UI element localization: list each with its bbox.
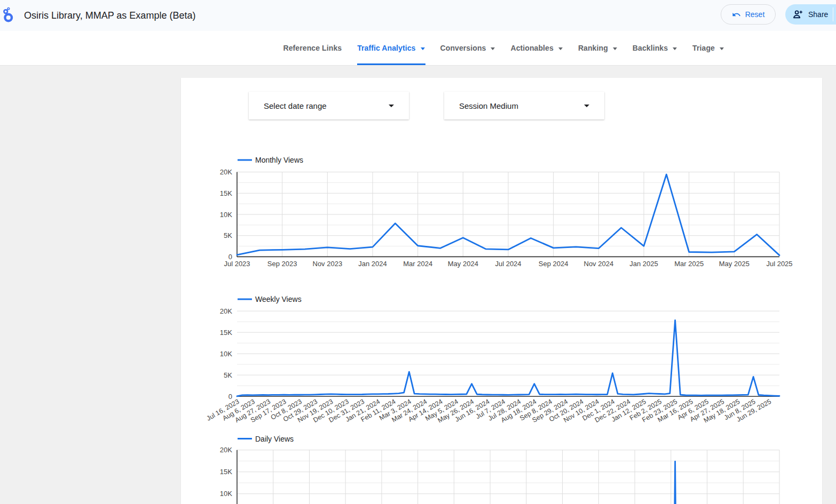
x-tick-label: Jan 2024 xyxy=(358,260,387,268)
legend-label: Monthly Views xyxy=(255,156,303,164)
x-tick-label: Mar 2025 xyxy=(674,260,704,268)
y-tick-label: 20K xyxy=(220,307,232,315)
x-tick-label: Jul 2023 xyxy=(224,260,250,268)
x-tick-label: Nov 2023 xyxy=(313,260,343,268)
y-tick-label: 5K xyxy=(224,371,232,379)
y-tick-label: 15K xyxy=(220,189,232,197)
y-tick-label: 20K xyxy=(220,446,232,454)
x-tick-label: May 2025 xyxy=(719,260,750,268)
legend-label: Weekly Views xyxy=(255,295,302,303)
y-tick-label: 0 xyxy=(228,393,232,401)
y-tick-label: 10K xyxy=(220,211,232,219)
monthly-views-chart[interactable]: Monthly Views05K10K15K20KJul 2023Sep 202… xyxy=(220,156,793,268)
y-tick-label: 10K xyxy=(220,490,232,498)
x-tick-label: Sep 2023 xyxy=(267,260,297,268)
y-tick-label: 5K xyxy=(224,231,232,239)
legend-label: Daily Views xyxy=(255,435,294,443)
x-tick-label: Nov 2024 xyxy=(584,260,614,268)
daily-views-chart[interactable]: Daily Views05K10K15K20K xyxy=(220,435,779,504)
page: Osiris Library, MMAP as Example (Beta) R… xyxy=(0,0,836,504)
y-tick-label: 20K xyxy=(220,168,232,176)
x-tick-label: Sep 2024 xyxy=(539,260,569,268)
x-tick-label: Mar 2024 xyxy=(403,260,432,268)
x-tick-label: Jul 2024 xyxy=(495,260,521,268)
x-tick-label: Jan 2025 xyxy=(629,260,658,268)
series-line xyxy=(237,320,779,396)
x-tick-label: May 2024 xyxy=(448,260,478,268)
y-tick-label: 10K xyxy=(220,350,232,358)
y-tick-label: 15K xyxy=(220,329,232,337)
charts-canvas: Monthly Views05K10K15K20KJul 2023Sep 202… xyxy=(0,0,836,504)
x-tick-label: Jul 2025 xyxy=(766,260,792,268)
weekly-views-chart[interactable]: Weekly Views05K10K15K20KJul 16, 2023Aug … xyxy=(206,295,779,425)
y-tick-label: 15K xyxy=(220,468,232,476)
